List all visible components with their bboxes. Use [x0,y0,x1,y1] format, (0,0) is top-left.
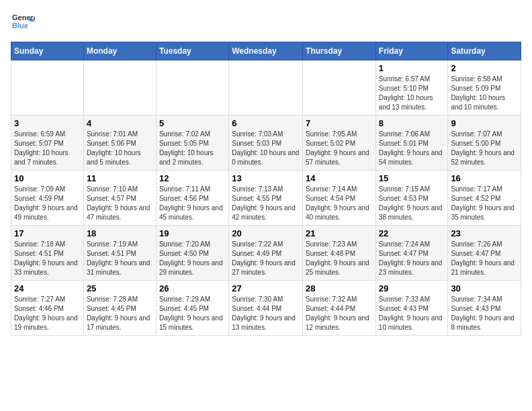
day-number: 22 [379,228,445,238]
calendar-cell: 15Sunrise: 7:15 AM Sunset: 4:53 PM Dayli… [375,171,448,226]
day-number: 29 [379,283,445,293]
day-number: 15 [379,173,445,183]
day-info: Sunrise: 7:26 AM Sunset: 4:47 PM Dayligh… [451,240,518,277]
day-info: Sunrise: 7:32 AM Sunset: 4:44 PM Dayligh… [306,295,373,332]
calendar-cell: 12Sunrise: 7:11 AM Sunset: 4:56 PM Dayli… [156,171,228,226]
calendar-cell: 10Sunrise: 7:09 AM Sunset: 4:59 PM Dayli… [11,171,84,226]
calendar-cell: 24Sunrise: 7:27 AM Sunset: 4:46 PM Dayli… [11,281,84,336]
calendar-cell: 7Sunrise: 7:05 AM Sunset: 5:02 PM Daylig… [303,116,376,171]
calendar-week-1: 1Sunrise: 6:57 AM Sunset: 5:10 PM Daylig… [11,60,521,116]
calendar-cell: 17Sunrise: 7:18 AM Sunset: 4:51 PM Dayli… [11,226,84,281]
day-info: Sunrise: 7:15 AM Sunset: 4:53 PM Dayligh… [379,185,445,222]
calendar-cell: 19Sunrise: 7:20 AM Sunset: 4:50 PM Dayli… [156,226,228,281]
day-number: 8 [379,118,445,128]
calendar-week-2: 3Sunrise: 6:59 AM Sunset: 5:07 PM Daylig… [11,116,521,171]
day-header-thursday: Thursday [303,42,376,60]
day-header-tuesday: Tuesday [156,42,228,60]
day-info: Sunrise: 7:14 AM Sunset: 4:54 PM Dayligh… [306,185,373,222]
day-info: Sunrise: 6:58 AM Sunset: 5:09 PM Dayligh… [451,75,518,112]
day-info: Sunrise: 7:13 AM Sunset: 4:55 PM Dayligh… [232,185,300,222]
day-info: Sunrise: 7:30 AM Sunset: 4:44 PM Dayligh… [232,295,300,332]
calendar-cell: 1Sunrise: 6:57 AM Sunset: 5:10 PM Daylig… [375,60,448,116]
day-number: 23 [451,228,518,238]
calendar-week-4: 17Sunrise: 7:18 AM Sunset: 4:51 PM Dayli… [11,226,521,281]
calendar-cell: 16Sunrise: 7:17 AM Sunset: 4:52 PM Dayli… [448,171,521,226]
calendar-cell: 27Sunrise: 7:30 AM Sunset: 4:44 PM Dayli… [229,281,303,336]
day-info: Sunrise: 7:17 AM Sunset: 4:52 PM Dayligh… [451,185,518,222]
day-header-saturday: Saturday [448,42,521,60]
day-number: 10 [14,173,81,183]
calendar-cell [83,60,156,116]
day-number: 21 [306,228,373,238]
day-info: Sunrise: 7:34 AM Sunset: 4:43 PM Dayligh… [451,295,518,332]
day-info: Sunrise: 6:59 AM Sunset: 5:07 PM Dayligh… [14,130,81,167]
day-info: Sunrise: 7:10 AM Sunset: 4:57 PM Dayligh… [87,185,153,222]
logo-icon: General Blue [11,11,35,35]
calendar-table: SundayMondayTuesdayWednesdayThursdayFrid… [11,42,521,336]
calendar-header: SundayMondayTuesdayWednesdayThursdayFrid… [11,42,521,60]
day-info: Sunrise: 7:29 AM Sunset: 4:45 PM Dayligh… [159,295,226,332]
day-number: 24 [14,283,81,293]
calendar-cell [229,60,303,116]
calendar-cell [156,60,228,116]
day-info: Sunrise: 7:24 AM Sunset: 4:47 PM Dayligh… [379,240,445,277]
calendar-week-3: 10Sunrise: 7:09 AM Sunset: 4:59 PM Dayli… [11,171,521,226]
day-info: Sunrise: 7:02 AM Sunset: 5:05 PM Dayligh… [159,130,226,167]
calendar-cell: 28Sunrise: 7:32 AM Sunset: 4:44 PM Dayli… [303,281,376,336]
day-number: 2 [451,63,518,73]
calendar-cell: 29Sunrise: 7:33 AM Sunset: 4:43 PM Dayli… [375,281,448,336]
calendar-cell: 9Sunrise: 7:07 AM Sunset: 5:00 PM Daylig… [448,116,521,171]
calendar-cell [11,60,84,116]
day-number: 20 [232,228,300,238]
calendar-cell: 25Sunrise: 7:28 AM Sunset: 4:45 PM Dayli… [83,281,156,336]
calendar-cell: 3Sunrise: 6:59 AM Sunset: 5:07 PM Daylig… [11,116,84,171]
day-info: Sunrise: 7:22 AM Sunset: 4:49 PM Dayligh… [232,240,300,277]
day-number: 13 [232,173,300,183]
calendar-cell [303,60,376,116]
day-info: Sunrise: 7:05 AM Sunset: 5:02 PM Dayligh… [306,130,373,167]
day-info: Sunrise: 7:09 AM Sunset: 4:59 PM Dayligh… [14,185,81,222]
day-number: 3 [14,118,81,128]
day-number: 9 [451,118,518,128]
day-info: Sunrise: 7:06 AM Sunset: 5:01 PM Dayligh… [379,130,445,167]
calendar-cell: 5Sunrise: 7:02 AM Sunset: 5:05 PM Daylig… [156,116,228,171]
day-info: Sunrise: 7:18 AM Sunset: 4:51 PM Dayligh… [14,240,81,277]
day-info: Sunrise: 7:27 AM Sunset: 4:46 PM Dayligh… [14,295,81,332]
day-info: Sunrise: 7:23 AM Sunset: 4:48 PM Dayligh… [306,240,373,277]
day-info: Sunrise: 7:03 AM Sunset: 5:03 PM Dayligh… [232,130,300,167]
day-info: Sunrise: 6:57 AM Sunset: 5:10 PM Dayligh… [379,75,445,112]
day-number: 5 [159,118,226,128]
day-info: Sunrise: 7:28 AM Sunset: 4:45 PM Dayligh… [87,295,153,332]
day-info: Sunrise: 7:33 AM Sunset: 4:43 PM Dayligh… [379,295,445,332]
day-header-wednesday: Wednesday [229,42,303,60]
day-number: 11 [87,173,153,183]
day-number: 4 [87,118,153,128]
day-number: 18 [87,228,153,238]
day-info: Sunrise: 7:19 AM Sunset: 4:51 PM Dayligh… [87,240,153,277]
day-header-monday: Monday [83,42,156,60]
svg-text:Blue: Blue [12,21,28,30]
day-number: 28 [306,283,373,293]
day-info: Sunrise: 7:20 AM Sunset: 4:50 PM Dayligh… [159,240,226,277]
calendar-cell: 21Sunrise: 7:23 AM Sunset: 4:48 PM Dayli… [303,226,376,281]
day-number: 7 [306,118,373,128]
day-number: 25 [87,283,153,293]
day-number: 17 [14,228,81,238]
header: General Blue [11,11,521,35]
calendar-cell: 23Sunrise: 7:26 AM Sunset: 4:47 PM Dayli… [448,226,521,281]
day-number: 16 [451,173,518,183]
calendar-cell: 30Sunrise: 7:34 AM Sunset: 4:43 PM Dayli… [448,281,521,336]
calendar-cell: 11Sunrise: 7:10 AM Sunset: 4:57 PM Dayli… [83,171,156,226]
calendar-cell: 18Sunrise: 7:19 AM Sunset: 4:51 PM Dayli… [83,226,156,281]
day-number: 26 [159,283,226,293]
day-info: Sunrise: 7:01 AM Sunset: 5:06 PM Dayligh… [87,130,153,167]
day-header-friday: Friday [375,42,448,60]
day-info: Sunrise: 7:11 AM Sunset: 4:56 PM Dayligh… [159,185,226,222]
calendar-cell: 13Sunrise: 7:13 AM Sunset: 4:55 PM Dayli… [229,171,303,226]
calendar-cell: 20Sunrise: 7:22 AM Sunset: 4:49 PM Dayli… [229,226,303,281]
calendar-cell: 8Sunrise: 7:06 AM Sunset: 5:01 PM Daylig… [375,116,448,171]
calendar-cell: 4Sunrise: 7:01 AM Sunset: 5:06 PM Daylig… [83,116,156,171]
day-info: Sunrise: 7:07 AM Sunset: 5:00 PM Dayligh… [451,130,518,167]
calendar-cell: 6Sunrise: 7:03 AM Sunset: 5:03 PM Daylig… [229,116,303,171]
day-number: 1 [379,63,445,73]
